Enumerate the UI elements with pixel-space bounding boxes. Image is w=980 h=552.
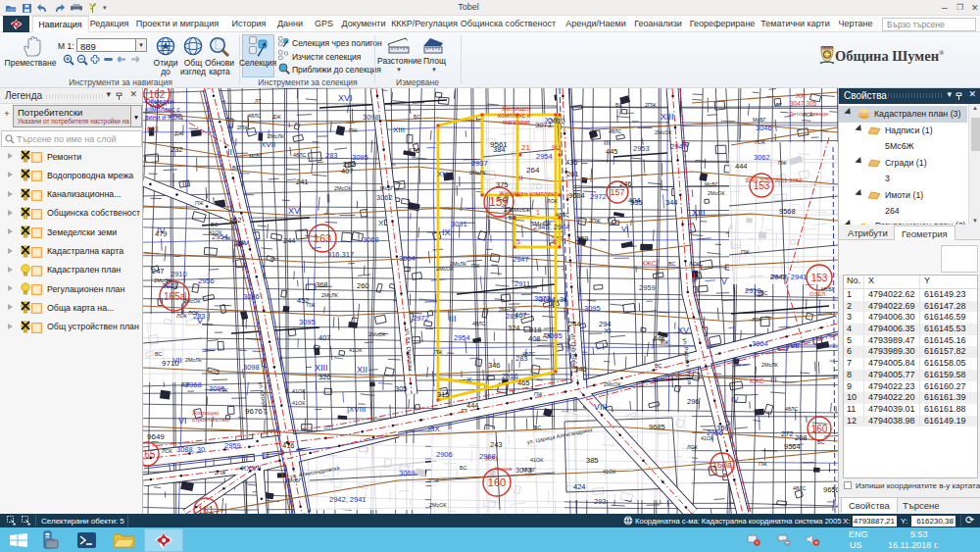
- svg-text:465: 465: [517, 378, 530, 387]
- svg-text:III: III: [604, 138, 611, 147]
- svg-text:IX: IX: [442, 227, 451, 237]
- svg-text:48ЛС: 48ЛС: [522, 351, 536, 357]
- svg-text:3062: 3062: [754, 153, 770, 162]
- svg-text:VI: VI: [178, 416, 187, 426]
- svg-text:МсБГ: МсБГ: [522, 467, 536, 473]
- svg-text:48ЛС: 48ЛС: [609, 128, 622, 134]
- svg-text:385: 385: [586, 456, 599, 465]
- svg-text:48ЛС: 48ЛС: [785, 406, 799, 412]
- svg-text:XIII: XIII: [315, 363, 328, 373]
- svg-text:XV: XV: [437, 170, 448, 178]
- svg-text:БС: БС: [460, 465, 466, 471]
- svg-text:ЛОК: ЛОК: [687, 444, 699, 450]
- svg-text:ПЖ: ПЖ: [307, 302, 316, 308]
- svg-text:2ПЖ: 2ПЖ: [427, 477, 439, 483]
- svg-text:2МсЛК: 2МсЛК: [770, 274, 788, 279]
- svg-text:320: 320: [318, 373, 331, 381]
- svg-text:247: 247: [152, 267, 165, 276]
- svg-text:48ЛС: 48ЛС: [472, 321, 486, 326]
- svg-text:ДЖ: ДЖ: [272, 114, 281, 120]
- svg-text:МсБГ: МсБГ: [150, 103, 164, 109]
- svg-text:243: 243: [490, 440, 503, 449]
- svg-text:359: 359: [576, 234, 589, 243]
- svg-text:2МсОК: 2МсОК: [604, 381, 621, 387]
- svg-text:5Мо6Ж: 5Мо6Ж: [531, 221, 552, 226]
- svg-text:ЛОК: ЛОК: [176, 313, 188, 319]
- svg-text:9676: 9676: [245, 407, 263, 416]
- svg-text:2937: 2937: [471, 159, 488, 168]
- svg-text:444: 444: [735, 162, 748, 171]
- svg-text:241: 241: [296, 177, 309, 186]
- svg-text:48ЛС: 48ЛС: [248, 113, 262, 119]
- svg-text:41ОК: 41ОК: [349, 347, 363, 353]
- svg-text:2942, 2941: 2942, 2941: [329, 495, 367, 504]
- svg-text:МсБГ: МсБГ: [705, 181, 718, 187]
- svg-text:ЛОК: ЛОК: [689, 261, 701, 267]
- svg-text:2956: 2956: [198, 276, 215, 285]
- svg-text:Жилищно: Жилищно: [192, 410, 220, 416]
- svg-text:2954: 2954: [536, 152, 553, 161]
- svg-text:375: 375: [496, 180, 509, 189]
- svg-text:3047,305: 3047,305: [790, 100, 816, 107]
- svg-text:XV: XV: [677, 326, 689, 335]
- svg-text:41ОК: 41ОК: [209, 229, 222, 235]
- svg-text:2911: 2911: [514, 279, 530, 288]
- svg-text:ЛОК: ЛОК: [162, 448, 173, 454]
- svg-text:3091: 3091: [451, 220, 467, 228]
- svg-text:272: 272: [781, 429, 794, 438]
- svg-text:2972: 2972: [413, 314, 429, 323]
- svg-text:41ОК: 41ОК: [603, 469, 616, 475]
- svg-text:XII: XII: [796, 91, 806, 100]
- svg-text:VI: VI: [621, 225, 629, 233]
- svg-text:9564: 9564: [784, 442, 801, 451]
- svg-text:416: 416: [282, 441, 295, 450]
- svg-text:246: 246: [619, 179, 632, 188]
- svg-text:3073: 3073: [534, 294, 551, 303]
- svg-text:3069: 3069: [399, 469, 416, 477]
- svg-text:ПЖ: ПЖ: [534, 391, 543, 397]
- svg-text:362: 362: [229, 216, 242, 225]
- svg-text:ЛОК: ЛОК: [188, 310, 200, 316]
- svg-text:2ПЖ: 2ПЖ: [234, 240, 246, 246]
- svg-text:3069: 3069: [363, 235, 379, 244]
- svg-text:407: 407: [318, 333, 331, 342]
- svg-text:160: 160: [488, 477, 506, 488]
- svg-text:ЛОК: ЛОК: [547, 198, 559, 204]
- svg-text:2МсЛК: 2МсЛК: [761, 362, 779, 368]
- svg-text:ПЖ: ПЖ: [661, 339, 669, 345]
- svg-text:2МсЛК: 2МсЛК: [268, 133, 285, 139]
- svg-text:436: 436: [565, 158, 578, 167]
- svg-text:5Мс6Ж: 5Мс6Ж: [511, 207, 531, 213]
- svg-text:368: 368: [316, 280, 328, 289]
- svg-text:9Ц: 9Ц: [552, 144, 562, 152]
- svg-text:IV: IV: [731, 395, 739, 404]
- svg-text:467: 467: [514, 311, 527, 320]
- svg-text:3064: 3064: [399, 254, 416, 263]
- svg-text:2МсОК: 2МсОК: [655, 129, 672, 135]
- svg-text:41ОК: 41ОК: [530, 457, 544, 463]
- svg-text:41ОК: 41ОК: [701, 435, 714, 441]
- svg-text:2МсЛК: 2МсЛК: [469, 170, 487, 176]
- svg-text:вини и ХОО: вини и ХОО: [145, 114, 183, 121]
- svg-text:3095: 3095: [299, 318, 316, 326]
- svg-text:ЛОК: ЛОК: [752, 317, 763, 323]
- svg-text:2МсОК: 2МсОК: [429, 502, 447, 508]
- svg-text:9684: 9684: [568, 191, 585, 200]
- svg-text:ВС: ВС: [155, 351, 162, 357]
- svg-text:XIII: XIII: [692, 208, 706, 218]
- svg-text:408: 408: [528, 334, 541, 343]
- svg-text:9649: 9649: [147, 432, 165, 441]
- svg-text:335: 335: [630, 198, 643, 207]
- svg-text:264: 264: [526, 166, 540, 175]
- svg-text:444: 444: [466, 401, 479, 410]
- svg-text:XVI: XVI: [338, 93, 353, 103]
- svg-text:2МсОК: 2МсОК: [436, 266, 454, 272]
- svg-text:ДЖ: ДЖ: [181, 381, 190, 387]
- svg-text:БС: БС: [534, 425, 541, 430]
- svg-text:48ЛС: 48ЛС: [556, 212, 569, 218]
- svg-text:315: 315: [437, 390, 450, 399]
- svg-text:БС: БС: [817, 439, 824, 445]
- svg-text:3062: 3062: [376, 193, 393, 202]
- svg-text:316,317: 316,317: [327, 250, 354, 259]
- svg-text:359: 359: [716, 424, 729, 432]
